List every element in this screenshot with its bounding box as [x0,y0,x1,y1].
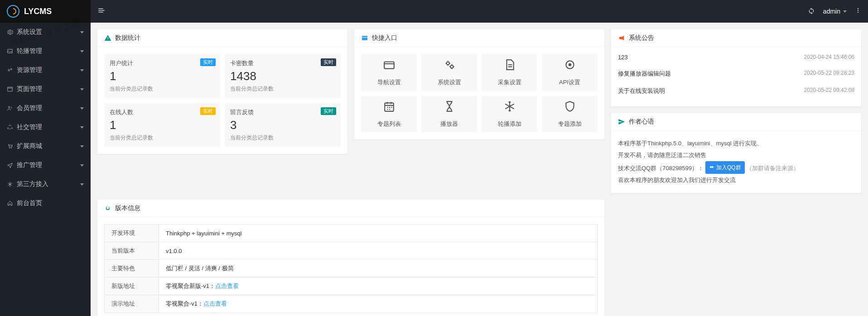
quick-item-1[interactable]: 系统设置 [421,54,477,91]
author-card: 作者心语 本程序基于Thinkphp.5.0、layuimini、mysql 进… [611,113,861,193]
cart-icon [7,143,13,149]
realtime-badge: 实时 [200,107,216,115]
table-row: 主要特色 低门栏 / 灵活 / 清爽 / 极简 [105,260,598,278]
info-key: 新版地址 [105,278,159,295]
realtime-badge: 实时 [321,58,336,66]
notice-item-title: 123 [618,54,628,61]
sidebar-item-8[interactable]: 第三方接入 [0,175,91,194]
sidebar-item-label: 资源管理 [17,66,42,74]
quick-item-7[interactable]: 专题添加 [542,96,598,133]
quick-label: 专题添加 [558,120,582,128]
sidebar-item-4[interactable]: 会员管理 [0,99,91,118]
home-icon [7,200,13,206]
refresh-icon[interactable] [808,7,815,16]
version-card: 版本信息 开发环境 Thinkphp + layuimini + mysql 当… [97,200,604,316]
info-key: 演示地址 [105,295,159,313]
sidebar-item-9[interactable]: 前台首页 [0,194,91,213]
svg-point-7 [858,8,858,9]
sidebar-item-label: 页面管理 [17,85,42,93]
notice-item-time: 2020-05-22 09:28:23 [804,70,854,78]
menu-toggle-icon[interactable] [97,6,106,16]
notice-row-1[interactable]: 修复播放器编辑问题 2020-05-22 09:28:23 [618,65,854,82]
quick-label: 系统设置 [438,78,461,86]
sidebar-item-label: 会员管理 [17,104,42,112]
recycle-icon [7,124,13,130]
info-value: Thinkphp + layuimini + mysql [159,225,598,242]
stat-title: 卡密数量 [230,59,335,67]
sidebar-item-2[interactable]: 资源管理 [0,61,91,80]
svg-point-2 [10,68,12,70]
shield-icon [564,101,576,115]
quick-item-4[interactable]: 专题列表 [361,96,417,133]
notice-item-time: 2020-04-24 15:46:06 [804,54,854,61]
link-view[interactable]: 点击查看 [203,300,227,307]
author-header: 作者心语 [611,113,861,131]
logo[interactable]: LYCMS [0,0,91,23]
link-view[interactable]: 点击查看 [215,282,239,289]
quick-item-5[interactable]: 播放器 [421,96,477,133]
stat-box-2: 实时 在线人数 1 当前分类总记录数 [104,103,220,147]
svg-point-11 [446,62,449,65]
hourglass-icon [444,101,455,115]
notice-card: 系统公告 123 2020-04-24 15:46:06 修复播放器编辑问题 2… [611,29,861,106]
stat-sub: 当前分类总记录数 [110,85,215,93]
notice-row-0[interactable]: 123 2020-04-24 15:46:06 [618,49,854,65]
quick-label: 播放器 [440,120,458,128]
sidebar-item-label: 轮播管理 [17,47,42,55]
topbar: admin [91,0,868,23]
info-key: 主要特色 [105,260,159,278]
svg-point-16 [710,166,712,168]
info-value: 零视聚合新版-v1：点击查看 [159,278,598,295]
sidebar-item-label: 扩展商城 [17,142,42,150]
chevron-down-icon [80,69,84,72]
svg-point-1 [8,69,10,71]
sidebar-item-label: 推广管理 [17,161,42,169]
stat-box-0: 实时 用户统计 1 当前分类总记录数 [104,54,220,98]
sidebar-item-label: 系统设置 [17,28,42,36]
svg-point-9 [858,12,858,13]
chevron-down-icon [80,183,84,186]
fire-icon [104,205,111,212]
version-table: 开发环境 Thinkphp + layuimini + mysql 当前版本 v… [104,224,598,313]
sidebar-item-3[interactable]: 页面管理 [0,80,91,99]
sidebar-item-6[interactable]: 扩展商城 [0,137,91,156]
calendar-icon [383,101,395,115]
main-content: 数据统计 实时 用户统计 1 当前分类总记录数 实时 卡密数量 1438 当前分… [91,0,868,316]
svg-point-17 [712,166,714,168]
quick-item-3[interactable]: API设置 [542,54,598,91]
gear-icon [7,29,13,35]
notice-item-title: 关于在线安装说明 [618,87,665,95]
info-key: 开发环境 [105,225,159,242]
user-menu[interactable]: admin [823,8,847,15]
qq-group-button[interactable]: 加入QQ群 [705,161,745,174]
svg-point-5 [9,148,10,148]
sidebar-item-1[interactable]: 轮播管理 [0,42,91,61]
quick-item-0[interactable]: 导航设置 [361,54,417,91]
chevron-down-icon [80,126,84,129]
file-icon [504,59,516,74]
sidebar-item-7[interactable]: 推广管理 [0,156,91,175]
stats-card: 数据统计 实时 用户统计 1 当前分类总记录数 实时 卡密数量 1438 当前分… [97,29,347,154]
sidebar-item-5[interactable]: 社交管理 [0,118,91,137]
quick-label: 采集设置 [498,78,521,86]
quick-item-2[interactable]: 采集设置 [482,54,537,91]
svg-rect-3 [8,87,13,91]
stat-sub: 当前分类总记录数 [230,134,335,142]
sidebar-item-0[interactable]: 系统设置 [0,23,91,42]
more-icon[interactable] [855,7,861,15]
sidebar-item-label: 第三方接入 [17,180,48,188]
users-icon [7,105,13,111]
quick-item-6[interactable]: 轮播添加 [482,96,537,133]
info-value: 低门栏 / 灵活 / 清爽 / 极简 [159,260,598,278]
notice-header: 系统公告 [611,29,861,47]
stat-title: 在线人数 [110,108,215,116]
author-title: 作者心语 [629,118,654,126]
quick-title: 快捷入口 [372,34,397,42]
info-value: v1.0.0 [159,242,598,260]
notice-row-2[interactable]: 关于在线安装说明 2020-05-22 09:42:08 [618,82,854,100]
target-icon [564,59,576,74]
stat-sub: 当前分类总记录数 [110,134,215,142]
snowflake-icon [504,101,516,115]
svg-point-6 [11,148,12,148]
info-key: 当前版本 [105,242,159,260]
